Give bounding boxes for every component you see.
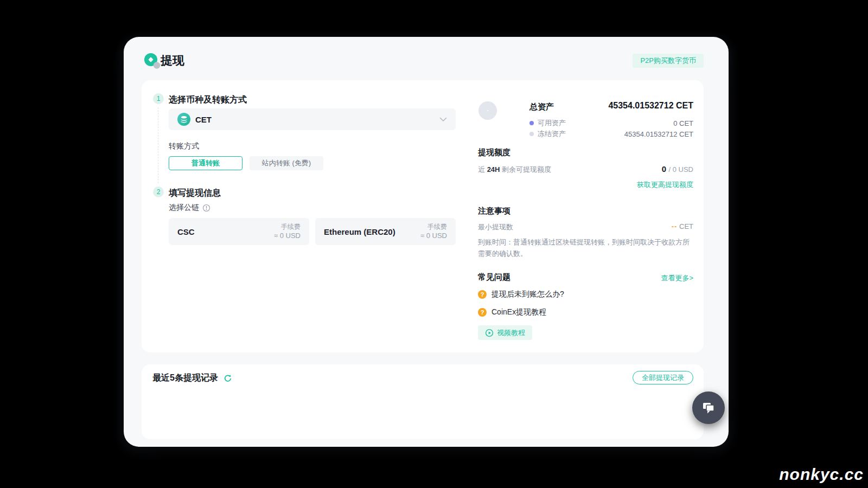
transfer-method-label: 转账方式	[169, 142, 199, 151]
chain-name: CSC	[177, 227, 195, 236]
all-records-button[interactable]: 全部提现记录	[633, 371, 693, 384]
chain-card-csc[interactable]: CSC 手续费 ≈ 0 USD	[169, 218, 309, 245]
higher-quota-link[interactable]: 获取更高提现额度	[637, 180, 693, 190]
quota-row: 近 24H 剩余可提现额度 0 / 0 USD	[478, 164, 693, 175]
chain-cards: CSC 手续费 ≈ 0 USD Ethereum (ERC20) 手续费 ≈ 0…	[169, 218, 456, 245]
video-tutorial-button[interactable]: 视频教程	[478, 325, 532, 340]
faq-item-text: 提现后未到账怎么办?	[492, 290, 564, 299]
transfer-option-internal[interactable]: 站内转账 (免费)	[250, 156, 323, 170]
video-tutorial-label: 视频教程	[497, 328, 525, 338]
frozen-assets-value: 45354.01532712 CET	[624, 130, 693, 138]
asset-donut-chart	[478, 101, 497, 120]
available-assets-label: 可用资产	[538, 118, 566, 128]
fee-label: 手续费	[420, 222, 447, 231]
play-icon	[485, 329, 494, 337]
fee-value: ≈ 0 USD	[274, 231, 301, 241]
chevron-down-icon	[439, 117, 447, 122]
chain-name: Ethereum (ERC20)	[324, 227, 395, 236]
chain-select-label: 选择公链	[169, 203, 199, 213]
withdraw-main-card: 1 选择币种及转账方式 CET	[142, 80, 704, 352]
page-background: { "header": { "title": "提现", "p2p_button…	[0, 0, 868, 488]
step-1-badge: 1	[153, 93, 164, 104]
frozen-assets-label: 冻结资产	[538, 129, 566, 139]
step-2-badge: 2	[153, 187, 164, 197]
info-icon[interactable]	[202, 204, 210, 212]
records-card: 最近5条提现记录 全部提现记录	[142, 364, 704, 439]
quota-section-title: 提现额度	[478, 147, 510, 158]
notes-section-title: 注意事项	[478, 206, 510, 216]
total-assets-label: 总资产	[529, 102, 554, 112]
chain-fee: 手续费 ≈ 0 USD	[420, 222, 447, 241]
chat-bubbles-icon	[700, 400, 717, 416]
step-connector-line	[158, 107, 158, 183]
faq-item-tutorial[interactable]: ? CoinEx提现教程	[478, 307, 546, 317]
withdraw-window: 提现 P2P购买数字货币 1 选择币种及转账方式	[124, 37, 729, 447]
question-icon: ?	[478, 290, 487, 299]
step-2-title: 填写提现信息	[169, 188, 221, 199]
quota-value: 0 / 0 USD	[662, 164, 693, 174]
available-legend-dot	[529, 121, 534, 125]
question-icon: ?	[478, 308, 487, 317]
faq-section-title: 常见问题	[478, 272, 510, 282]
quota-description: 近 24H 剩余可提现额度	[478, 165, 551, 175]
chain-card-ethereum[interactable]: Ethereum (ERC20) 手续费 ≈ 0 USD	[315, 218, 456, 245]
transfer-option-normal[interactable]: 普通转账	[169, 156, 242, 170]
refresh-icon[interactable]	[224, 374, 232, 383]
faq-item-not-arrived[interactable]: ? 提现后未到账怎么办?	[478, 290, 564, 299]
coin-logo-icon	[144, 53, 161, 70]
min-withdrawal-label: 最小提现数	[478, 222, 513, 232]
watermark: nonkyc.cc	[779, 465, 864, 484]
page-title: 提现	[161, 53, 184, 69]
faq-more-link[interactable]: 查看更多>	[661, 273, 693, 283]
header: 提现 P2P购买数字货币	[124, 37, 729, 80]
total-assets-value: 45354.01532712 CET	[608, 101, 693, 111]
available-assets-row: 可用资产 0 CET	[529, 119, 693, 127]
chain-select-label-row: 选择公链	[169, 203, 210, 213]
min-withdrawal-row: 最小提现数 -- CET	[478, 222, 693, 232]
selected-coin-label: CET	[195, 115, 212, 124]
fee-value: ≈ 0 USD	[420, 231, 447, 241]
step-1-title: 选择币种及转账方式	[169, 94, 247, 106]
min-withdrawal-value: -- CET	[672, 222, 693, 232]
faq-item-text: CoinEx提现教程	[492, 307, 546, 317]
p2p-buy-button[interactable]: P2P购买数字货币	[633, 54, 704, 68]
coin-select-dropdown[interactable]: CET	[169, 108, 456, 130]
available-assets-value: 0 CET	[673, 119, 693, 127]
info-panel: 总资产 45354.01532712 CET 可用资产 0 CET 冻结资产 4…	[478, 80, 693, 352]
transfer-method-options: 普通转账 站内转账 (免费)	[169, 156, 323, 170]
arrival-time-note: 到账时间：普通转账通过区块链提现转账，到账时间取决于收款方所需要的确认数。	[478, 236, 693, 260]
records-title-row: 最近5条提现记录	[152, 373, 232, 384]
frozen-assets-row: 冻结资产 45354.01532712 CET	[529, 130, 693, 138]
chat-support-button[interactable]	[692, 391, 725, 424]
fee-label: 手续费	[274, 222, 301, 231]
chain-fee: 手续费 ≈ 0 USD	[274, 222, 301, 241]
cet-coin-icon	[177, 113, 190, 126]
records-title: 最近5条提现记录	[152, 373, 218, 384]
frozen-legend-dot	[529, 132, 534, 136]
